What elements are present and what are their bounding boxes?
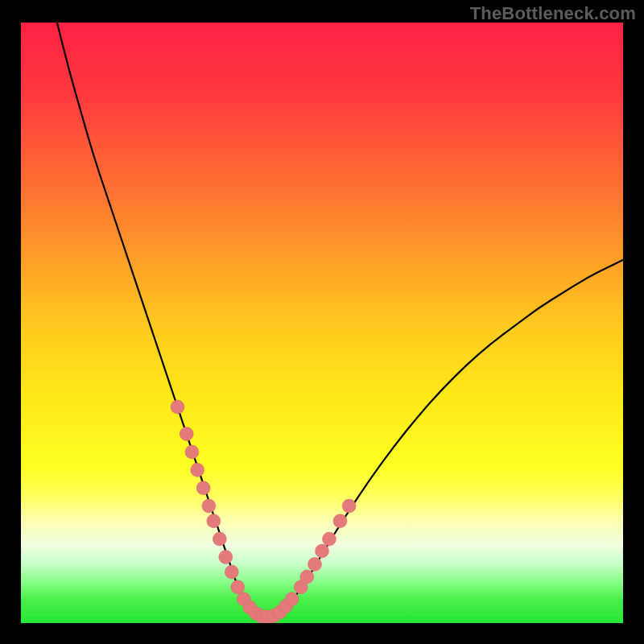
highlight-point (285, 592, 299, 606)
highlight-point (225, 565, 238, 579)
highlight-point (316, 544, 329, 558)
chart-svg (21, 23, 623, 623)
highlight-point (185, 445, 199, 459)
highlight-point (300, 570, 314, 584)
highlight-point (322, 532, 336, 546)
highlight-point (171, 400, 184, 414)
highlight-point (231, 580, 245, 594)
highlight-point (202, 499, 216, 513)
highlight-point (342, 499, 356, 513)
highlight-point (219, 550, 233, 564)
highlight-point (308, 557, 322, 571)
watermark-label: TheBottleneck.com (470, 3, 636, 24)
plot-area (21, 23, 623, 623)
chart-frame: TheBottleneck.com (0, 0, 644, 644)
highlight-point (191, 463, 204, 477)
highlight-point (180, 427, 193, 441)
highlight-point (213, 532, 226, 546)
highlight-point (333, 514, 347, 528)
highlight-point (196, 481, 210, 495)
green-bottom-band (21, 617, 623, 623)
gradient-background (21, 23, 623, 623)
highlight-point (207, 514, 221, 528)
